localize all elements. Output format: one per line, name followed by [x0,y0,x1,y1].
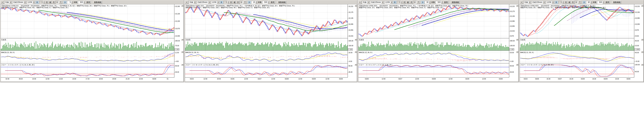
chart-menu-button[interactable]: ▼ [185,1,188,4]
category-select-dropdown-icon[interactable]: ▼ [367,1,370,4]
price-pane-menu-button[interactable]: ▼ [641,5,643,7]
contract-select[interactable]: 12/06▼ [27,1,35,4]
apply-button[interactable]: 適用 [605,1,610,4]
category-select-dropdown-icon[interactable]: ▼ [528,1,531,4]
period-minute-button[interactable]: 分 [56,1,59,4]
stoch-pane-menu-button[interactable]: ▼ [516,64,518,66]
symbol-select[interactable]: 日経225mini▼ [12,1,26,4]
bars-value-spinner-spin-icon[interactable]: ▲▼ [441,1,443,4]
chart-menu-button[interactable]: ▼ [358,1,362,4]
x-axis-label: 03/26 [535,78,539,80]
minute-value-spinner-spin-icon[interactable]: ▲▼ [71,1,73,4]
price-pane-menu-button[interactable]: ▼ [355,5,357,7]
period-month-button[interactable]: 月 [236,1,240,4]
period-week-button[interactable]: 週 [233,1,236,4]
contract-select-dropdown-icon[interactable]: ▼ [552,1,554,4]
minute-value-spinner-spin-icon[interactable]: ▲▼ [429,1,430,4]
ashi-spinner[interactable]: 1▲▼ [224,1,229,4]
symbol-select-dropdown-icon[interactable]: ▼ [24,1,26,4]
minute-unit-label: 分 [64,1,66,4]
contract-select[interactable]: 12/06▼ [211,1,220,4]
symbol-select[interactable]: 日経225mini▼ [197,1,210,4]
period-minute-button[interactable]: 分 [575,1,578,4]
category-select[interactable]: 先物▼ [362,1,370,4]
ashi-spinner[interactable]: 1▲▼ [39,1,45,4]
period-week-button[interactable]: 週 [568,1,571,4]
macd-pane-menu-button[interactable]: ▼ [355,51,357,53]
volume-pane-menu-button[interactable]: ▼ [181,39,183,40]
contract-select-dropdown-icon[interactable]: ▼ [217,1,219,4]
macd-pane-menu-button[interactable]: ▼ [181,51,183,53]
ashi-spinner-spin-icon[interactable]: ▲▼ [227,1,229,4]
minute-value-spinner[interactable]: 60▲▼ [586,1,592,4]
volume-pane-menu-button[interactable]: ▼ [355,39,357,40]
period-minute-button[interactable]: 分 [240,1,243,4]
symbol-select-dropdown-icon[interactable]: ▼ [382,1,384,4]
bars-value-spinner[interactable]: 500▲▼ [436,1,443,4]
stoch-pane-menu-button[interactable]: ▼ [181,64,183,66]
period-day-button[interactable]: 日 [403,1,406,4]
bars-value-spinner-spin-icon[interactable]: ▲▼ [84,1,85,4]
period-day-button[interactable]: 日 [230,1,232,4]
multi-symbol-button[interactable]: 複数銘柄 [93,1,102,4]
macd-pane-menu-button[interactable]: ▼ [516,51,518,53]
contract-select[interactable]: 12/06▼ [384,1,393,4]
period-tick-button[interactable]: T [578,1,581,4]
stoch-pane-menu-button[interactable]: ▼ [355,64,357,66]
apply-button[interactable]: 適用 [270,1,275,4]
bars-value-spinner-spin-icon[interactable]: ▲▼ [268,1,270,4]
minute-value-spinner-spin-icon[interactable]: ▲▼ [590,1,592,4]
ashi-spinner[interactable]: 1▲▼ [558,1,564,4]
stoch-pane-menu-button[interactable]: ▼ [641,64,643,66]
period-month-button[interactable]: 月 [52,1,55,4]
category-select-dropdown-icon[interactable]: ▼ [194,1,196,4]
ashi-spinner-spin-icon[interactable]: ▲▼ [562,1,564,4]
ashi-spinner-spin-icon[interactable]: ▲▼ [401,1,402,4]
period-day-button[interactable]: 日 [45,1,48,4]
period-month-button[interactable]: 月 [410,1,413,4]
period-tick-button[interactable]: T [59,1,62,4]
multi-symbol-button[interactable]: 複数銘柄 [451,1,460,4]
contract-select-dropdown-icon[interactable]: ▼ [33,1,35,4]
period-tick-button[interactable]: T [417,1,420,4]
contract-select[interactable]: 12/06▼ [546,1,554,4]
category-select[interactable]: 先物▼ [4,1,12,4]
multi-symbol-button[interactable]: 複数銘柄 [612,1,621,4]
volume-multiplier-box: × 100 [174,48,179,50]
bars-value-spinner-spin-icon[interactable]: ▲▼ [602,1,604,4]
bars-value-spinner[interactable]: 500▲▼ [78,1,85,4]
period-minute-button[interactable]: 分 [413,1,416,4]
apply-button[interactable]: 適用 [86,1,91,4]
symbol-select-dropdown-icon[interactable]: ▼ [543,1,545,4]
period-week-button[interactable]: 週 [406,1,410,4]
price-pane-menu-button[interactable]: ▼ [516,5,518,7]
category-select[interactable]: 先物▼ [524,1,531,4]
multi-symbol-button[interactable]: 複数銘柄 [278,1,286,4]
category-select-dropdown-icon[interactable]: ▼ [9,1,12,4]
macd-pane-menu-button[interactable]: ▼ [641,51,643,53]
category-select[interactable]: 先物▼ [189,1,196,4]
minute-value-spinner[interactable]: 15▲▼ [251,1,257,4]
ashi-spinner-spin-icon[interactable]: ▲▼ [43,1,45,4]
period-tick-button[interactable]: T [244,1,246,4]
volume-pane-menu-button[interactable]: ▼ [641,39,643,40]
apply-button[interactable]: 適用 [443,1,448,4]
contract-select-dropdown-icon[interactable]: ▼ [390,1,393,4]
symbol-select[interactable]: 日経225mini▼ [532,1,546,4]
chart-menu-button[interactable]: ▼ [0,1,4,4]
bars-value-spinner[interactable]: 500▲▼ [597,1,604,4]
volume-pane-menu-button[interactable]: ▼ [516,39,518,40]
period-day-button[interactable]: 日 [564,1,567,4]
minute-value-spinner[interactable]: 5▲▼ [67,1,73,4]
minute-value-spinner[interactable]: 30▲▼ [425,1,430,4]
period-month-button[interactable]: 月 [571,1,574,4]
symbol-select[interactable]: 日経225mini▼ [370,1,384,4]
x-axis-label: 09:20 [19,78,23,80]
minute-value-spinner-spin-icon[interactable]: ▲▼ [256,1,257,4]
period-week-button[interactable]: 週 [49,1,52,4]
bars-value-spinner[interactable]: 500▲▼ [262,1,270,4]
chart-menu-button[interactable]: ▼ [520,1,523,4]
symbol-select-dropdown-icon[interactable]: ▼ [208,1,210,4]
ashi-spinner[interactable]: 1▲▼ [397,1,402,4]
price-pane-menu-button[interactable]: ▼ [181,5,183,7]
